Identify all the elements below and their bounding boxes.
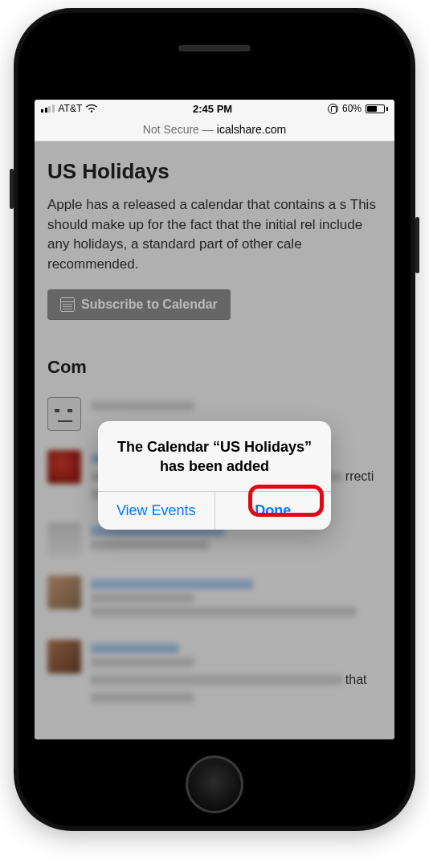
visible-text-fragment: that — [345, 673, 367, 687]
avatar — [47, 450, 81, 484]
blurred-text — [91, 644, 179, 653]
done-button[interactable]: Done — [214, 492, 332, 530]
battery-percent: 60% — [342, 103, 362, 114]
avatar — [47, 575, 81, 609]
subscribe-to-calendar-button[interactable]: Subscribe to Calendar — [47, 289, 231, 320]
page-title: US Holidays — [47, 141, 386, 195]
blurred-text — [91, 675, 342, 685]
url-bar[interactable]: Not Secure — icalshare.com — [35, 117, 394, 141]
blurred-text — [91, 657, 194, 667]
visible-text-fragment: rrecti — [345, 469, 374, 484]
comments-heading: Com — [47, 357, 386, 378]
comment-row: that — [47, 630, 386, 716]
avatar — [47, 640, 81, 674]
phone-frame: AT&T 2:45 PM 60% Not Secure — icalsh — [14, 8, 415, 831]
screen: AT&T 2:45 PM 60% Not Secure — icalsh — [35, 100, 394, 739]
avatar — [47, 397, 81, 431]
rotation-lock-icon — [328, 104, 338, 114]
blurred-text — [91, 401, 194, 411]
blurred-text — [91, 693, 194, 702]
not-secure-label: Not Secure — — [143, 123, 214, 136]
subscribe-label: Subscribe to Calendar — [81, 297, 218, 312]
page-description: Apple has a released a calendar that con… — [47, 195, 386, 275]
view-events-button[interactable]: View Events — [98, 492, 214, 530]
url-host: icalshare.com — [217, 123, 286, 136]
blurred-text — [91, 593, 194, 603]
calendar-added-alert: The Calendar “US Holidays” has been adde… — [98, 421, 331, 530]
status-time: 2:45 PM — [193, 103, 232, 115]
avatar — [47, 522, 81, 556]
signal-icon — [41, 104, 55, 113]
alert-title: The Calendar “US Holidays” has been adde… — [98, 421, 331, 491]
carrier-label: AT&T — [59, 103, 83, 114]
status-left: AT&T — [41, 103, 97, 114]
blurred-text — [91, 579, 253, 589]
blurred-text — [91, 607, 357, 616]
battery-icon — [366, 104, 388, 113]
calendar-icon — [60, 297, 75, 312]
status-bar: AT&T 2:45 PM 60% — [35, 100, 394, 117]
wifi-icon — [86, 104, 97, 113]
home-button[interactable] — [186, 755, 243, 813]
webpage[interactable]: US Holidays Apple has a released a calen… — [35, 141, 394, 739]
status-right: 60% — [328, 103, 388, 114]
earpiece — [178, 45, 251, 51]
comment-row — [47, 566, 386, 630]
blurred-text — [91, 540, 209, 550]
